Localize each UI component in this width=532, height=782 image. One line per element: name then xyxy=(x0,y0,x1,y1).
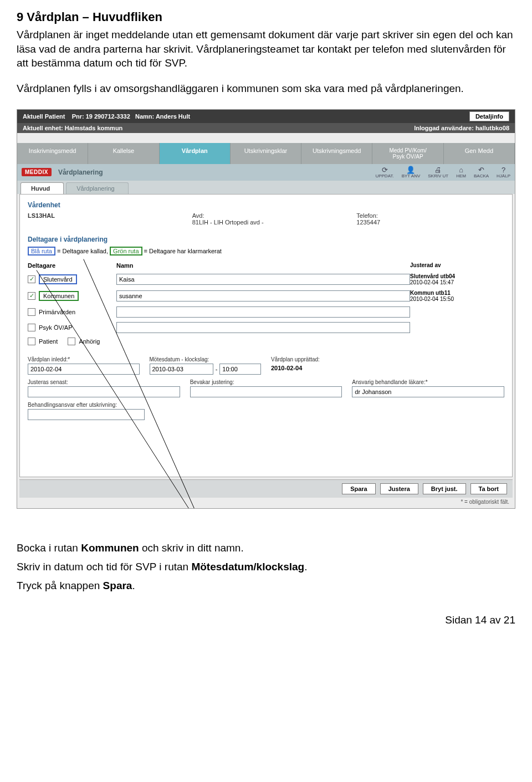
motesdatum-date-input[interactable] xyxy=(150,364,213,375)
legend-green-text: = Deltagare har klarmarkerat xyxy=(144,248,222,254)
row-primarvarden: Primärvården xyxy=(28,304,504,320)
toolbar-icons: ⟳UPPDAT. 👤BYT ANV 🖨SKRIV UT ⌂HEM ↶BACKA … xyxy=(375,166,510,178)
vardenhet-title: Vårdenhet xyxy=(28,201,504,209)
tab-utskrivningsklar[interactable]: Utskrivningsklar xyxy=(231,143,301,164)
patient-label: Aktuell Patient xyxy=(23,113,65,120)
label-kommunen: Kommunen xyxy=(39,291,79,301)
print-icon: 🖨 xyxy=(434,166,442,173)
justera-button[interactable]: Justera xyxy=(380,483,418,494)
tab-inskrivningsmedd[interactable]: Inskrivningsmedd xyxy=(17,143,88,164)
bryt-just-button[interactable]: Bryt just. xyxy=(423,483,466,494)
just-kommunen-by: Kommun utb11 xyxy=(410,290,451,296)
backa-button[interactable]: ↶BACKA xyxy=(474,166,489,178)
justeras-input[interactable] xyxy=(28,386,180,397)
screenshot-container: Aktuell Patient Pnr: 19 290712-3332 Namn… xyxy=(17,109,515,509)
user-icon: 👤 xyxy=(406,166,415,173)
page-footer: Sidan 14 av 21 xyxy=(17,614,515,626)
input-primarvarden-namn[interactable] xyxy=(116,306,410,318)
meddix-title: Vårdplanering xyxy=(58,168,103,176)
tab-genmedd[interactable]: Gen Medd xyxy=(444,143,515,164)
back-icon: ↶ xyxy=(478,166,484,173)
row-psyk: Psyk ÖV/AP xyxy=(28,320,504,335)
behandlingsansvar-label: Behandlingsansvar efter utskrivning: xyxy=(28,402,145,408)
telefon-value: 1235447 xyxy=(356,219,504,226)
label-patient: Patient xyxy=(39,338,58,345)
checkbox-patient[interactable] xyxy=(28,338,35,345)
inledd-input[interactable] xyxy=(28,364,140,375)
pnr-label: Pnr: xyxy=(72,113,84,120)
checkbox-kommunen[interactable]: ✓ xyxy=(28,292,35,300)
checkbox-slutenvard[interactable]: ✓ xyxy=(28,275,35,283)
row-patient-anhorig: Patient Anhörig xyxy=(28,335,504,347)
hdr-deltagare: Deltagare xyxy=(28,262,116,269)
upprattad-value: 2010-02-04 xyxy=(271,364,383,371)
label-psyk: Psyk ÖV/AP xyxy=(39,324,73,331)
uppdat-button[interactable]: ⟳UPPDAT. xyxy=(375,166,393,178)
footer-buttons: Spara Justera Bryt just. Ta bort xyxy=(19,479,513,498)
inner-tab-vardplanering[interactable]: Vårdplanering xyxy=(66,182,129,194)
tabort-button[interactable]: Ta bort xyxy=(470,483,507,494)
row-slutenvard: ✓ Slutenvård Slutenvård utb04 2010-02-04… xyxy=(28,271,504,288)
label-slutenvard: Slutenvård xyxy=(39,274,77,284)
obligatory-note: * = obligatoriskt fält. xyxy=(17,498,515,508)
spara-button[interactable]: Spara xyxy=(342,483,376,494)
ansvarig-label: Ansvarig behandlande läkare:* xyxy=(352,379,504,385)
tab-kallelse[interactable]: Kallelse xyxy=(88,143,159,164)
enhet-label: Aktuell enhet: xyxy=(23,125,63,131)
upprattad-label: Vårdplan upprättad: xyxy=(271,356,383,362)
avd-value: 81LIH - LIH Ortopedi avd - xyxy=(192,219,340,226)
hdr-namn: Namn xyxy=(116,262,410,269)
checkbox-anhorig[interactable] xyxy=(68,338,75,345)
inner-tabs: Huvud Vårdplanering xyxy=(17,181,515,194)
legend-blue-box: Blå ruta xyxy=(28,247,55,255)
motesdatum-time-input[interactable] xyxy=(219,364,261,375)
vardenhet-id: LS13HAL xyxy=(28,212,176,219)
behandlingsansvar-input[interactable] xyxy=(28,409,145,420)
checkbox-primarvarden[interactable] xyxy=(28,308,35,316)
namn-label: Namn: xyxy=(135,113,154,120)
bevakar-label: Bevakar justering: xyxy=(190,379,342,385)
enhet-value: Halmstads kommun xyxy=(65,125,123,131)
tab-utskrivningsmedd[interactable]: Utskrivningsmedd xyxy=(301,143,372,164)
hem-button[interactable]: ⌂HEM xyxy=(456,166,466,178)
instr-2: Skriv in datum och tid för SVP i rutan M… xyxy=(17,561,515,573)
tab-medd-line2: Psyk ÖV/AP xyxy=(393,154,423,160)
just-slutenvard-time: 2010-02-04 15:47 xyxy=(410,279,454,285)
patient-bar: Aktuell Patient Pnr: 19 290712-3332 Namn… xyxy=(17,110,515,123)
byt-anv-button[interactable]: 👤BYT ANV xyxy=(402,166,421,178)
input-kommunen-namn[interactable] xyxy=(116,290,410,301)
justeras-label: Justeras senast: xyxy=(28,379,180,385)
row-kommunen: ✓ Kommunen Kommun utb11 2010-02-04 15:50 xyxy=(28,288,504,304)
pnr-value: 19 290712-3332 xyxy=(86,113,130,120)
inner-tab-huvud[interactable]: Huvud xyxy=(21,182,64,194)
skriv-ut-button[interactable]: 🖨SKRIV UT xyxy=(428,166,448,178)
hjalp-button[interactable]: ?HJÄLP xyxy=(497,166,510,178)
legend-blue-text: = Deltagare kallad, xyxy=(57,248,110,254)
tab-medd-pvkom[interactable]: Medd PV/Kom/ Psyk ÖV/AP xyxy=(372,143,443,164)
checkbox-psyk[interactable] xyxy=(28,324,35,331)
input-slutenvard-namn[interactable] xyxy=(116,274,410,285)
instr-1: Bocka i rutan Kommunen och skriv in ditt… xyxy=(17,542,515,554)
avd-label: Avd: xyxy=(192,212,340,219)
refresh-icon: ⟳ xyxy=(382,166,388,173)
legend-row: Blå ruta = Deltagare kallad, Grön ruta =… xyxy=(28,247,504,255)
legend-green-box: Grön ruta xyxy=(110,247,142,255)
home-icon: ⌂ xyxy=(459,166,463,173)
telefon-label: Telefon: xyxy=(356,212,504,219)
label-primarvarden: Primärvården xyxy=(39,309,75,315)
detaljinfo-button[interactable]: Detaljinfo xyxy=(469,111,509,121)
tab-medd-line1: Medd PV/Kom/ xyxy=(389,147,426,154)
ansvarig-input[interactable] xyxy=(352,386,504,397)
label-anhorig: Anhörig xyxy=(79,338,100,345)
intro-paragraph-2: Vårdplanen fylls i av omsorgshandläggare… xyxy=(17,81,515,96)
intro-paragraph-1: Vårdplanen är inget meddelande utan ett … xyxy=(17,28,515,70)
help-icon: ? xyxy=(502,166,505,173)
input-psyk-namn[interactable] xyxy=(116,322,410,333)
inledd-label: Vårdplan inledd:* xyxy=(28,356,140,362)
tab-vardplan[interactable]: Vårdplan xyxy=(160,143,231,164)
bevakar-input[interactable] xyxy=(190,386,342,397)
inloggad-value: hallutbko08 xyxy=(475,125,509,131)
hdr-justerad: Justerad av xyxy=(410,262,504,269)
instr-3: Tryck på knappen Spara. xyxy=(17,580,515,592)
meddix-bar: MEDDIX Vårdplanering ⟳UPPDAT. 👤BYT ANV 🖨… xyxy=(17,164,515,181)
